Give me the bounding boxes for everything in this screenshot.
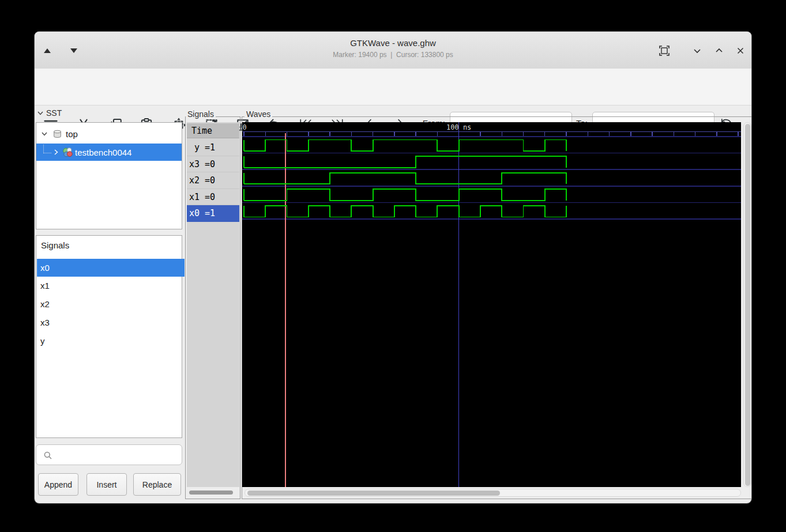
wave-canvas[interactable]: 0100 ns (242, 122, 741, 487)
search-icon (43, 451, 52, 460)
waves-vscrollbar-handle[interactable] (745, 124, 750, 486)
sst-label: SST (46, 108, 62, 118)
insert-button[interactable]: Insert (87, 473, 127, 496)
signal-list-item-x3[interactable]: x3 (37, 314, 185, 331)
module-icon (62, 147, 73, 157)
waves-vscrollbar-track[interactable] (743, 122, 751, 487)
sst-header: SST (37, 107, 62, 119)
time-header: Time (187, 123, 239, 138)
signal-name-row-x2[interactable]: x2 =0 (187, 172, 239, 189)
signal-search-box (36, 444, 182, 465)
expander-right-icon[interactable] (52, 149, 59, 156)
tree-item-label: top (66, 129, 78, 139)
toolbar: From: To: (35, 69, 751, 105)
svg-text:0: 0 (242, 123, 246, 131)
close-icon (736, 46, 745, 55)
search-input[interactable] (55, 447, 178, 464)
window-title: GTKWave - wave.ghw (35, 38, 751, 48)
sst-signals-box: Signals x0 x1 x2 x3 y (36, 235, 182, 438)
signal-name-row-x1[interactable]: x1 =0 (187, 189, 239, 206)
signal-list-item-x1[interactable]: x1 (37, 277, 185, 295)
fullscreen-icon (659, 46, 670, 56)
waves-hscrollbar-handle[interactable] (247, 491, 500, 496)
cylinder-icon (52, 129, 62, 139)
tree-item-label: testbench0044 (75, 148, 131, 157)
signals-frame-label: Signals (186, 110, 216, 119)
tree-item-testbench[interactable]: testbench0044 (36, 144, 182, 161)
signal-name-row-x0[interactable]: x0 =1 (187, 205, 239, 222)
waves-frame-label: Waves (245, 110, 272, 119)
signal-names-panel: Time y =1 x3 =0 x2 =0 x1 =0 x0 =1 (187, 122, 239, 487)
tree-connector (43, 145, 51, 153)
marker-cursor-statusline: Marker: 19400 ps | Cursor: 133800 ps (35, 51, 751, 59)
fullscreen-button[interactable] (655, 42, 674, 59)
replace-button[interactable]: Replace (133, 473, 181, 496)
expander-down-icon[interactable] (37, 110, 44, 116)
maximize-button[interactable] (709, 42, 729, 59)
signal-name-row-y[interactable]: y =1 (187, 139, 239, 156)
chevron-down-icon (693, 46, 702, 55)
tree-item-top[interactable]: top (36, 125, 182, 142)
close-button[interactable] (731, 42, 750, 59)
titlebar[interactable]: GTKWave - wave.ghw Marker: 19400 ps | Cu… (35, 32, 751, 69)
sst-signals-header: Signals (41, 240, 69, 250)
waveform-plot: 0100 ns (242, 122, 741, 487)
signal-name-row-x3[interactable]: x3 =0 (187, 156, 239, 173)
sst-tree: top testbench0044 (36, 122, 182, 229)
chevron-up-icon (714, 46, 724, 55)
gtkwave-window: GTKWave - wave.ghw Marker: 19400 ps | Cu… (35, 32, 751, 503)
waves-hscrollbar-track[interactable] (245, 489, 741, 497)
append-button[interactable]: Append (38, 473, 78, 496)
signal-list-item-y[interactable]: y (37, 332, 185, 350)
signal-list-item-x0[interactable]: x0 (37, 259, 185, 277)
signal-list-item-x2[interactable]: x2 (37, 295, 185, 313)
names-hscrollbar[interactable] (189, 491, 233, 495)
expander-down-icon[interactable] (41, 130, 48, 137)
minimize-button[interactable] (687, 42, 707, 59)
